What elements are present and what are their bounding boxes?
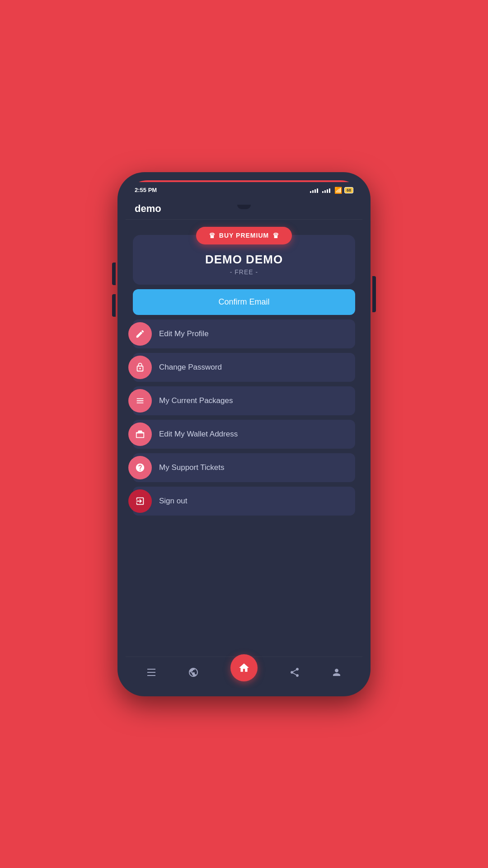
edit-profile-label: Edit My Profile [159, 329, 209, 338]
crown-icon-right: ♛ [272, 231, 279, 240]
power-button [372, 276, 376, 312]
my-packages-item[interactable]: My Current Packages [133, 386, 355, 415]
volume-up-button [112, 263, 116, 285]
status-bar: 2:55 PM 📶 68 [126, 182, 362, 198]
confirm-email-button[interactable]: Confirm Email [133, 289, 355, 315]
profile-name: DEMO DEMO [133, 253, 355, 267]
volume-down-button [112, 294, 116, 317]
sign-out-icon [128, 489, 152, 513]
nav-list-button[interactable] [146, 667, 157, 678]
edit-wallet-icon [128, 422, 152, 446]
sign-out-item[interactable]: Sign out [133, 487, 355, 516]
status-icons: 📶 68 [310, 187, 353, 194]
nav-globe-button[interactable] [188, 667, 199, 678]
buy-premium-label: BUY PREMIUM [219, 232, 269, 239]
profile-plan: - FREE - [133, 268, 355, 276]
support-tickets-item[interactable]: My Support Tickets [133, 453, 355, 482]
edit-wallet-label: Edit My Wallet Address [159, 430, 238, 439]
bottom-nav [126, 657, 362, 688]
nav-home-button[interactable] [230, 654, 258, 681]
sign-out-label: Sign out [159, 497, 187, 506]
profile-card: ♛ BUY PREMIUM ♛ DEMO DEMO - FREE - [133, 235, 355, 285]
phone-screen: 2:55 PM 📶 68 [126, 180, 362, 688]
battery-icon: 68 [344, 187, 353, 193]
support-tickets-label: My Support Tickets [159, 463, 225, 472]
change-password-label: Change Password [159, 363, 222, 372]
my-packages-icon [128, 389, 152, 413]
crown-icon-left: ♛ [209, 231, 216, 240]
content-area: ♛ BUY PREMIUM ♛ DEMO DEMO - FREE - Confi… [126, 220, 362, 657]
edit-profile-item[interactable]: Edit My Profile [133, 319, 355, 348]
buy-premium-button[interactable]: ♛ BUY PREMIUM ♛ [196, 227, 292, 244]
my-packages-label: My Current Packages [159, 396, 233, 405]
buy-premium-wrapper: ♛ BUY PREMIUM ♛ [133, 227, 355, 244]
change-password-icon [128, 356, 152, 379]
edit-profile-icon [128, 322, 152, 346]
status-time: 2:55 PM [135, 187, 157, 193]
nav-profile-button[interactable] [331, 667, 342, 678]
nav-share-button[interactable] [289, 667, 300, 678]
change-password-item[interactable]: Change Password [133, 353, 355, 382]
support-tickets-icon [128, 456, 152, 479]
edit-wallet-item[interactable]: Edit My Wallet Address [133, 420, 355, 449]
phone-frame: 2:55 PM 📶 68 [117, 172, 371, 696]
wifi-icon: 📶 [334, 187, 342, 194]
app-title: demo [135, 203, 161, 214]
signal-icon-2 [322, 188, 330, 193]
signal-icon [310, 188, 318, 193]
